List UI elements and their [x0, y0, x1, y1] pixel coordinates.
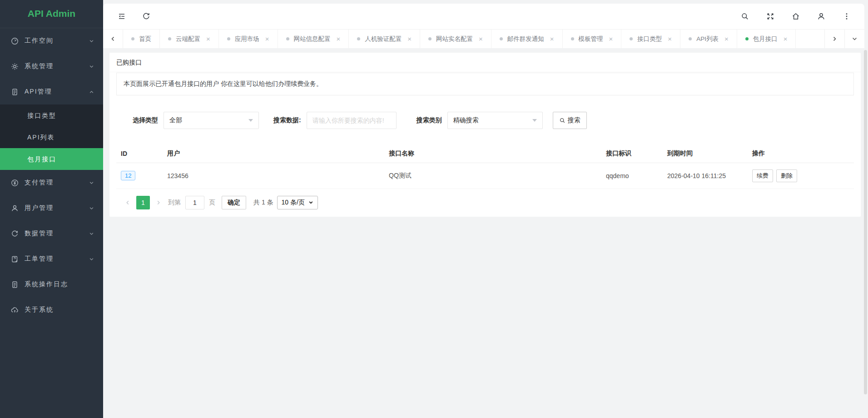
column-header: 到期时间 [663, 144, 748, 163]
sidebar-item[interactable]: API管理 [0, 79, 103, 104]
jump-confirm-button[interactable]: 确定 [222, 196, 246, 209]
gear-icon [11, 63, 19, 70]
tabs-more-button[interactable] [844, 30, 864, 48]
row-action-button[interactable]: 删除 [776, 169, 797, 182]
cell-id: 12 [116, 163, 163, 189]
sidebar-item[interactable]: 支付管理 [0, 170, 103, 195]
tab-label: 邮件群发通知 [507, 35, 544, 43]
tab-close-icon[interactable]: × [668, 35, 672, 42]
tab-status-dot-icon [500, 37, 503, 40]
sidebar-item[interactable]: 关于系统 [0, 297, 103, 323]
tab-close-icon[interactable]: × [407, 35, 412, 42]
sidebar-item-label: 用户管理 [25, 204, 89, 212]
chevron-down-icon [308, 200, 313, 205]
tab[interactable]: 首页 [123, 30, 160, 48]
search-category-value: 精确搜索 [453, 116, 479, 124]
more-vertical-icon[interactable] [843, 12, 851, 20]
column-header: 接口标识 [601, 144, 663, 163]
page-content: 已购接口 本页面展示已开通包月接口的用户 你在这里可以给他们办理续费业务。 选择… [103, 48, 868, 217]
tab-status-dot-icon [689, 37, 692, 40]
toolbar-left [118, 12, 150, 20]
tab[interactable]: 网站实名配置 × [420, 30, 491, 48]
tab-close-icon[interactable]: × [479, 35, 483, 42]
tab[interactable]: 应用市场 × [219, 30, 278, 48]
sidebar-item-label: 关于系统 [25, 306, 94, 314]
tab-close-icon[interactable]: × [724, 35, 729, 42]
home-icon[interactable] [792, 12, 800, 20]
tab-status-dot-icon [168, 37, 171, 40]
vertical-scrollbar[interactable] [864, 50, 867, 394]
api-file-icon [11, 88, 19, 96]
column-header: ID [116, 144, 163, 163]
cell-actions: 续费删除 [748, 163, 854, 189]
sidebar-item-label: API管理 [25, 88, 89, 96]
user-icon[interactable] [817, 12, 825, 20]
tab-close-icon[interactable]: × [337, 35, 341, 42]
tab[interactable]: 包月接口 × [737, 30, 796, 48]
tab[interactable]: 接口类型 × [621, 30, 680, 48]
tab-status-dot-icon [428, 37, 432, 40]
table-row: 12123456QQ测试qqdemo2026-04-10 16:11:25续费删… [116, 163, 854, 189]
menu-fold-icon[interactable] [118, 12, 126, 20]
search-button[interactable]: 搜索 [553, 112, 587, 129]
app-logo: API Admin [0, 0, 103, 28]
total-count-label: 共 1 条 [253, 199, 273, 207]
tab-bar: 首页 云端配置 × 应用市场 × 网站信息配置 × 人机验证配置 × 网站实名配… [103, 29, 864, 48]
tab-close-icon[interactable]: × [609, 35, 613, 42]
type-select[interactable]: 全部 [164, 112, 259, 129]
search-icon[interactable] [741, 12, 749, 20]
sidebar-item[interactable]: 用户管理 [0, 195, 103, 221]
tab[interactable]: 云端配置 × [160, 30, 219, 48]
tabs-host: 首页 云端配置 × 应用市场 × 网站信息配置 × 人机验证配置 × 网站实名配… [123, 30, 796, 48]
search-category-label: 搜索类别 [417, 116, 442, 124]
current-page-button[interactable]: 1 [136, 196, 150, 209]
sidebar-item[interactable]: 数据管理 [0, 221, 103, 246]
chevron-left-icon [125, 200, 130, 205]
sidebar: API Admin 工作空间系统管理API管理接口类型API列表包月接口支付管理… [0, 0, 103, 418]
page-size-select[interactable]: 10 条/页 [277, 196, 318, 209]
sidebar-item[interactable]: 系统操作日志 [0, 272, 103, 297]
sidebar-item[interactable]: 系统管理 [0, 54, 103, 79]
tab-close-icon[interactable]: × [206, 35, 210, 42]
tab[interactable]: 网站信息配置 × [278, 30, 349, 48]
yen-circle-icon [11, 179, 19, 187]
tab-close-icon[interactable]: × [265, 35, 269, 42]
sidebar-submenu: 接口类型API列表包月接口 [0, 104, 103, 170]
table-header-row: ID用户接口名称接口标识到期时间操作 [116, 144, 854, 163]
tab[interactable]: 模板管理 × [563, 30, 622, 48]
tab[interactable]: API列表 × [680, 30, 737, 48]
column-header: 操作 [748, 144, 854, 163]
tab-status-dot-icon [227, 37, 230, 40]
tab-close-icon[interactable]: × [784, 35, 788, 42]
tabs-scroll-right-button[interactable] [824, 30, 844, 48]
cell-api-name: QQ测试 [384, 163, 601, 189]
sidebar-item[interactable]: 工作空间 [0, 28, 103, 54]
tab[interactable]: 邮件群发通知 × [491, 30, 563, 48]
search-input[interactable] [307, 112, 397, 129]
row-action-button[interactable]: 续费 [752, 169, 773, 182]
log-file-icon [11, 281, 19, 289]
tab-label: 模板管理 [579, 35, 603, 43]
sidebar-subitem[interactable]: 包月接口 [0, 148, 103, 170]
sidebar-subitem[interactable]: 接口类型 [0, 104, 103, 126]
fullscreen-icon[interactable] [766, 12, 774, 20]
chevron-down-icon [89, 180, 94, 185]
tab-label: 网站信息配置 [294, 35, 331, 43]
sidebar-subitem[interactable]: API列表 [0, 126, 103, 148]
purchased-api-card: 已购接口 本页面展示已开通包月接口的用户 你在这里可以给他们办理续费业务。 选择… [109, 53, 861, 217]
tab-label: 应用市场 [235, 35, 259, 43]
tab-status-dot-icon [745, 37, 749, 40]
prev-page-button[interactable] [121, 196, 134, 209]
page-jump-input[interactable] [185, 196, 204, 209]
jump-prefix-label: 到第 [168, 199, 181, 207]
search-data-label: 搜索数据: [273, 116, 301, 124]
tab[interactable]: 人机验证配置 × [349, 30, 420, 48]
tab-close-icon[interactable]: × [550, 35, 554, 42]
refresh-icon[interactable] [142, 12, 150, 20]
chevron-down-icon [89, 257, 94, 262]
tabs-scroll-left-button[interactable] [103, 30, 123, 48]
search-category-select[interactable]: 精确搜索 [447, 112, 543, 129]
tab-label: 网站实名配置 [436, 35, 473, 43]
sidebar-item[interactable]: 工单管理 [0, 246, 103, 272]
next-page-button[interactable] [152, 196, 165, 209]
